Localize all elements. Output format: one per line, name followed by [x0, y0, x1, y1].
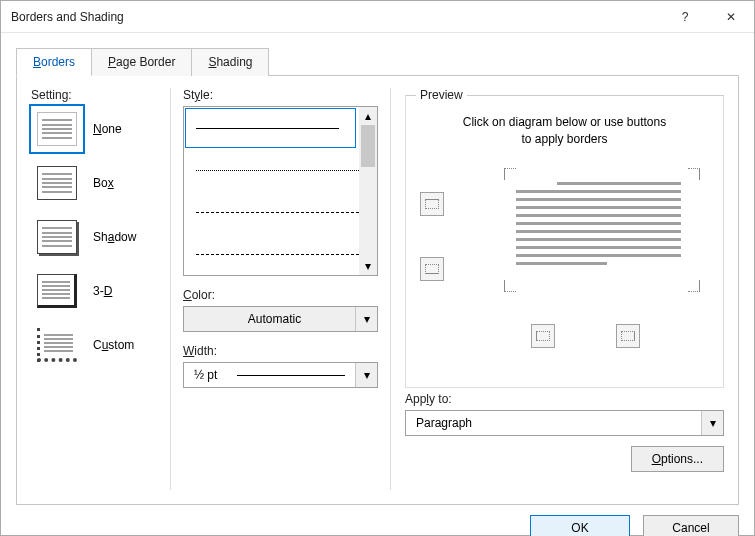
setting-3d[interactable]: 3-D [31, 268, 170, 314]
width-label: Width: [183, 344, 378, 358]
cancel-button[interactable]: Cancel [643, 515, 739, 536]
setting-none-label: None [93, 122, 122, 136]
preview-instructions: Click on diagram below or use buttons to… [416, 114, 713, 148]
setting-none[interactable]: None [31, 106, 170, 152]
preview-group: Preview Click on diagram below or use bu… [405, 88, 724, 388]
setting-3d-icon [37, 274, 77, 308]
setting-column: Setting: None Box Shadow [31, 88, 171, 490]
preview-column: Preview Click on diagram below or use bu… [391, 88, 724, 490]
setting-custom-icon [37, 328, 77, 362]
ok-button[interactable]: OK [530, 515, 629, 536]
content-area: Borders Page Border Shading Setting: Non… [1, 33, 754, 515]
tab-borders-key: B [33, 55, 41, 69]
tab-shading[interactable]: Shading [192, 48, 269, 76]
help-button[interactable]: ? [662, 1, 708, 33]
titlebar: Borders and Shading ? ✕ [1, 1, 754, 33]
corner-br [688, 280, 700, 292]
setting-shadow[interactable]: Shadow [31, 214, 170, 260]
apply-to-combo[interactable]: Paragraph ▾ [405, 410, 724, 436]
tab-borders-rest: orders [41, 55, 75, 69]
style-dashdot[interactable] [184, 233, 377, 275]
style-label: Style: [183, 88, 378, 102]
tab-borders[interactable]: Borders [16, 48, 92, 76]
width-value: ½ pt [194, 368, 217, 382]
border-right-icon [621, 331, 635, 341]
setting-box-icon [37, 166, 77, 200]
width-dropdown-button[interactable]: ▾ [355, 363, 377, 387]
border-top-icon [425, 199, 439, 209]
border-left-button[interactable] [531, 324, 555, 348]
preview-diagram[interactable] [416, 162, 713, 352]
apply-to-dropdown-button[interactable]: ▾ [701, 411, 723, 435]
setting-box[interactable]: Box [31, 160, 170, 206]
color-label: Color: [183, 288, 378, 302]
corner-tr [688, 168, 700, 180]
width-content: ½ pt [184, 368, 355, 382]
setting-3d-label: 3-D [93, 284, 112, 298]
setting-none-icon [37, 112, 77, 146]
style-dashed[interactable] [184, 191, 377, 233]
chevron-down-icon: ▾ [364, 368, 370, 382]
setting-list: None Box Shadow 3-D [31, 106, 170, 368]
scroll-down-icon[interactable]: ▾ [359, 257, 377, 275]
apply-to-label: Apply to: [405, 392, 724, 406]
tab-panel: Setting: None Box Shadow [16, 75, 739, 505]
setting-label: Setting: [31, 88, 170, 102]
dialog-title: Borders and Shading [11, 10, 662, 24]
apply-to-section: Apply to: Paragraph ▾ [405, 392, 724, 436]
dialog-window: Borders and Shading ? ✕ Borders Page Bor… [0, 0, 755, 536]
color-value: Automatic [184, 312, 355, 326]
style-list[interactable]: ▴ ▾ [183, 106, 378, 276]
border-left-icon [536, 331, 550, 341]
setting-shadow-label: Shadow [93, 230, 136, 244]
chevron-down-icon: ▾ [710, 416, 716, 430]
preview-paragraph[interactable] [516, 182, 681, 265]
width-sample-line [237, 375, 345, 376]
border-right-button[interactable] [616, 324, 640, 348]
tab-shading-rest: hading [216, 55, 252, 69]
border-bottom-button[interactable] [420, 257, 444, 281]
corner-tl [504, 168, 516, 180]
color-combo[interactable]: Automatic ▾ [183, 306, 378, 332]
setting-shadow-icon [37, 220, 77, 254]
tab-page-border-key: P [108, 55, 116, 69]
setting-custom-label: Custom [93, 338, 134, 352]
apply-to-value: Paragraph [406, 416, 701, 430]
style-scrollbar[interactable]: ▴ ▾ [359, 107, 377, 275]
style-dotted[interactable] [184, 149, 377, 191]
color-dropdown-button[interactable]: ▾ [355, 307, 377, 331]
tab-strip: Borders Page Border Shading [16, 48, 739, 76]
border-bottom-icon [425, 264, 439, 274]
preview-line2: to apply borders [521, 132, 607, 146]
tab-page-border[interactable]: Page Border [92, 48, 192, 76]
border-top-button[interactable] [420, 192, 444, 216]
options-button[interactable]: Options... [631, 446, 724, 472]
scroll-thumb[interactable] [361, 125, 375, 167]
scroll-up-icon[interactable]: ▴ [359, 107, 377, 125]
setting-custom[interactable]: Custom [31, 322, 170, 368]
setting-box-label: Box [93, 176, 114, 190]
tab-page-border-rest: age Border [116, 55, 175, 69]
style-solid[interactable] [184, 107, 357, 149]
chevron-down-icon: ▾ [364, 312, 370, 326]
width-combo[interactable]: ½ pt ▾ [183, 362, 378, 388]
close-button[interactable]: ✕ [708, 1, 754, 33]
preview-line1: Click on diagram below or use buttons [463, 115, 666, 129]
preview-legend: Preview [416, 88, 467, 102]
style-column: Style: ▴ ▾ Color: Autom [171, 88, 391, 490]
corner-bl [504, 280, 516, 292]
footer: OK Cancel [1, 515, 754, 536]
